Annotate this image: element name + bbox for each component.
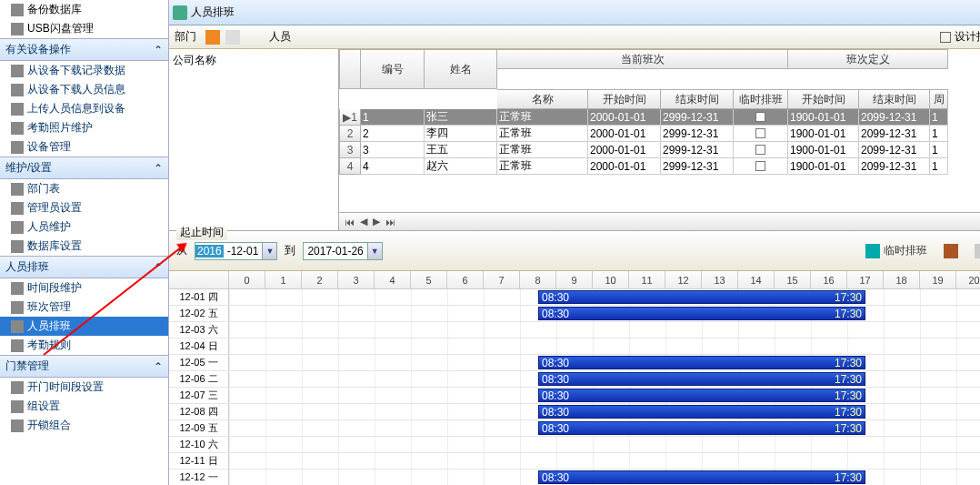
schedule-grid[interactable]: 08:3017:30 xyxy=(229,306,980,321)
sidebar-item[interactable]: 考勤规则 xyxy=(0,336,168,355)
schedule-row[interactable]: 12-08 四08:3017:30 xyxy=(169,404,980,420)
shift-bar[interactable]: 08:3017:30 xyxy=(538,421,865,435)
chevron-down-icon[interactable]: ▼ xyxy=(367,243,382,259)
temp-schedule-button[interactable]: 临时排班 xyxy=(865,243,927,258)
table-row[interactable]: 33王五正常班2000-01-012999-12-311900-01-01209… xyxy=(339,142,980,158)
dept-dropdown-icon[interactable] xyxy=(225,30,240,45)
grid-header[interactable]: 周 xyxy=(930,89,948,109)
clipboard-icon[interactable] xyxy=(944,244,958,258)
from-date-input[interactable]: 2016-12-01 ▼ xyxy=(195,242,277,260)
schedule-row[interactable]: 12-09 五08:3017:30 xyxy=(169,420,980,437)
chevron-down-icon[interactable]: ▼ xyxy=(262,243,276,259)
sidebar-item[interactable]: 管理员设置 xyxy=(0,198,168,217)
table-cell: 2000-01-01 xyxy=(588,142,661,158)
sidebar-item[interactable]: 开锁组合 xyxy=(0,416,168,435)
sidebar-item[interactable]: 班次管理 xyxy=(0,298,168,317)
tree-root[interactable]: 公司名称 xyxy=(173,54,216,66)
table-row[interactable]: ▶11张三正常班2000-01-012999-12-311900-01-0120… xyxy=(339,109,980,126)
shift-bar[interactable]: 08:3017:30 xyxy=(538,307,865,320)
schedule-grid[interactable]: 08:3017:30 xyxy=(229,404,980,419)
sidebar-group-header[interactable]: 人员排班⌃ xyxy=(0,256,168,278)
grid-header[interactable]: 姓名 xyxy=(425,49,497,89)
sidebar-item[interactable]: 人员排班 xyxy=(0,317,168,336)
grid-header[interactable]: 开始时间 xyxy=(788,89,859,109)
sidebar-item[interactable]: 组设置 xyxy=(0,397,168,416)
schedule-grid[interactable] xyxy=(229,453,980,469)
dept-tree[interactable]: 公司名称 xyxy=(169,49,339,230)
schedule-row[interactable]: 12-05 一08:3017:30 xyxy=(169,355,980,371)
schedule-grid[interactable]: 08:3017:30 xyxy=(229,355,980,370)
grid-header-group[interactable]: 当前班次 xyxy=(497,49,788,69)
sidebar-item[interactable]: 开门时间段设置 xyxy=(0,378,168,397)
schedule-row[interactable]: 12-06 二08:3017:30 xyxy=(169,371,980,388)
shift-bar[interactable]: 08:3017:30 xyxy=(538,372,865,386)
nav-first-icon[interactable]: ⏮ xyxy=(343,217,356,227)
nav-last-icon[interactable]: ⏭ xyxy=(384,217,397,227)
sidebar-item[interactable]: 设备管理 xyxy=(0,137,168,157)
row-header[interactable]: 3 xyxy=(339,142,361,158)
schedule-grid[interactable] xyxy=(229,322,980,338)
nav-next-icon[interactable]: ▶ xyxy=(371,216,382,227)
checkbox-icon[interactable] xyxy=(755,128,765,138)
sidebar-item[interactable]: 从设备下载记录数据 xyxy=(0,61,168,80)
schedule-row[interactable]: 12-10 六 xyxy=(169,437,980,453)
dept-icon[interactable] xyxy=(205,30,220,45)
hour-header: 11 xyxy=(629,271,665,288)
schedule-row[interactable]: 12-01 四08:3017:30 xyxy=(169,289,980,306)
sidebar-item[interactable]: USB闪盘管理 xyxy=(0,19,168,38)
grid-corner[interactable] xyxy=(339,49,361,89)
grid-header[interactable]: 结束时间 xyxy=(859,89,930,109)
grid-header-group[interactable]: 班次定义 xyxy=(788,49,948,69)
checkbox-icon[interactable] xyxy=(755,145,765,155)
sidebar-item[interactable]: 考勤照片维护 xyxy=(0,118,168,137)
design-report-toggle[interactable]: 设计报表 xyxy=(940,29,980,45)
grid-header[interactable]: 开始时间 xyxy=(588,89,661,109)
to-date-input[interactable]: 2017-01-26 ▼ xyxy=(303,242,382,260)
sidebar-group-header[interactable]: 维护/设置⌃ xyxy=(0,157,168,179)
table-row[interactable]: 22李四正常班2000-01-012999-12-311900-01-01209… xyxy=(339,126,980,142)
schedule-timeline[interactable]: 0123456789101112131415161718192021222324… xyxy=(169,271,980,485)
nav-prev-icon[interactable]: ◀ xyxy=(358,216,369,227)
row-header[interactable]: 2 xyxy=(339,126,361,142)
checkbox-icon[interactable] xyxy=(755,112,765,122)
shift-bar[interactable]: 08:3017:30 xyxy=(538,405,865,419)
schedule-grid[interactable]: 08:3017:30 xyxy=(229,420,980,436)
row-header[interactable]: 4 xyxy=(339,158,361,175)
shift-bar[interactable]: 08:3017:30 xyxy=(538,470,865,484)
row-header[interactable]: ▶1 xyxy=(339,109,361,126)
from-year[interactable]: 2016 xyxy=(195,245,224,258)
sidebar-item[interactable]: 时间段维护 xyxy=(0,278,168,298)
grid-header[interactable]: 编号 xyxy=(361,49,425,89)
sidebar-group-header[interactable]: 有关设备操作⌃ xyxy=(0,38,168,61)
sidebar-item[interactable]: 备份数据库 xyxy=(0,0,168,19)
sidebar-item[interactable]: 上传人员信息到设备 xyxy=(0,99,168,118)
grid-header[interactable]: 名称 xyxy=(497,89,588,109)
schedule-row[interactable]: 12-02 五08:3017:30 xyxy=(169,306,980,322)
sidebar-item[interactable]: 人员维护 xyxy=(0,217,168,237)
sidebar-group-header[interactable]: 门禁管理⌃ xyxy=(0,355,168,378)
schedule-date-cell: 12-06 二 xyxy=(169,371,229,387)
sidebar-item[interactable]: 部门表 xyxy=(0,179,168,198)
schedule-row[interactable]: 12-07 三08:3017:30 xyxy=(169,388,980,404)
grid-header[interactable]: 结束时间 xyxy=(661,89,734,109)
grid-header[interactable]: 临时排班 xyxy=(734,89,788,109)
checkbox-icon[interactable] xyxy=(940,32,951,43)
sidebar-item[interactable]: 数据库设置 xyxy=(0,237,168,256)
schedule-grid[interactable] xyxy=(229,338,980,354)
schedule-row[interactable]: 12-04 日 xyxy=(169,338,980,355)
schedule-grid[interactable]: 08:3017:30 xyxy=(229,470,980,485)
schedule-row[interactable]: 12-11 日 xyxy=(169,453,980,470)
schedule-grid[interactable] xyxy=(229,437,980,452)
schedule-grid[interactable]: 08:3017:30 xyxy=(229,289,980,305)
shift-bar[interactable]: 08:3017:30 xyxy=(538,389,865,402)
shift-bar[interactable]: 08:3017:30 xyxy=(538,356,865,369)
schedule-grid[interactable]: 08:3017:30 xyxy=(229,388,980,403)
table-row[interactable]: 44赵六正常班2000-01-012999-12-311900-01-01209… xyxy=(339,158,980,175)
shift-bar[interactable]: 08:3017:30 xyxy=(538,290,865,304)
schedule-row[interactable]: 12-12 一08:3017:30 xyxy=(169,470,980,485)
schedule-grid[interactable]: 08:3017:30 xyxy=(229,371,980,387)
grid-navigator[interactable]: ⏮ ◀ ▶ ⏭ xyxy=(339,212,980,230)
checkbox-icon[interactable] xyxy=(755,161,765,171)
sidebar-item[interactable]: 从设备下载人员信息 xyxy=(0,80,168,99)
schedule-row[interactable]: 12-03 六 xyxy=(169,322,980,338)
